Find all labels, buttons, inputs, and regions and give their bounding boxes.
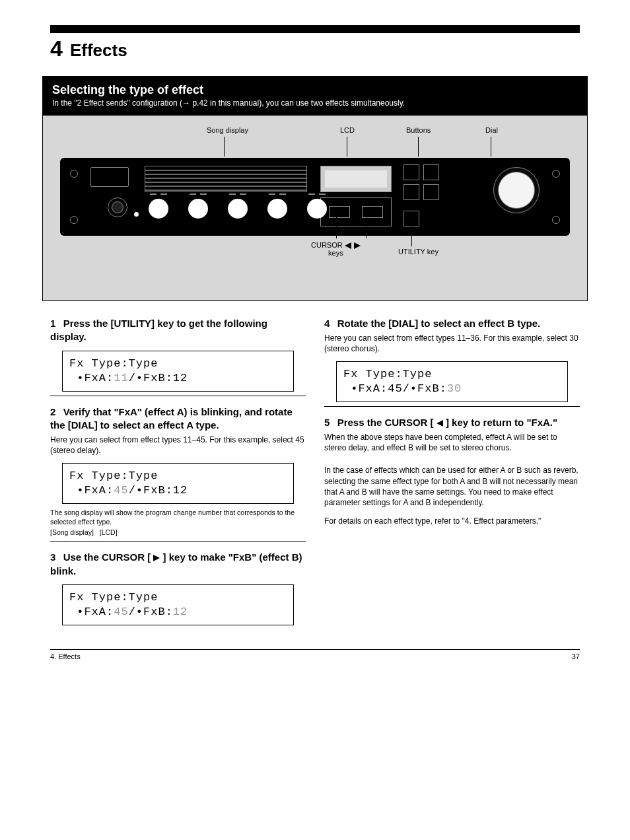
rotary-knob[interactable] (267, 199, 287, 219)
lead-line (224, 137, 225, 157)
footer-section: 4. Effects (50, 652, 81, 660)
song-display (145, 166, 307, 192)
page-footer: 4. Effects 37 (50, 652, 580, 660)
step-1: 1 Press the [UTILITY] key to get the fol… (50, 317, 306, 344)
label-cursor: CURSOR keys (311, 241, 361, 257)
lcd-readout-3: Fx Type:Type •FxA:45/•FxB:12 (62, 584, 294, 625)
section-box: Selecting the type of effect In the "2 E… (42, 76, 588, 301)
step-5-body: When the above steps have been completed… (324, 432, 580, 453)
dial-knob[interactable] (493, 167, 540, 213)
section-subtitle: In the "2 Effect sends" configuration (→… (52, 98, 578, 108)
lead-line (411, 219, 412, 246)
rotary-knob[interactable] (228, 199, 248, 219)
cursor-left-key[interactable] (329, 206, 350, 218)
arrow-right-icon (153, 555, 160, 561)
arrow-left-icon (437, 420, 443, 427)
footer-rule (50, 649, 580, 650)
card-slot (90, 167, 129, 187)
step-2-note: The song display will show the program c… (50, 508, 306, 538)
footer-page-number: 37 (572, 652, 580, 660)
rack-ear-right (549, 167, 563, 227)
arrow-left-icon (345, 242, 351, 249)
knob-row (149, 199, 327, 219)
label-song-display: Song display (207, 126, 248, 134)
lead-line (367, 215, 367, 238)
chapter-number: 4 (50, 36, 62, 61)
rotary-knob[interactable] (307, 199, 327, 219)
chapter-title: Effects (70, 40, 127, 61)
step-4: 4 Rotate the [DIAL] to select an effect … (324, 317, 580, 355)
lead-line (336, 215, 337, 238)
left-column: 1 Press the [UTILITY] key to get the fol… (50, 308, 306, 629)
step-5: 5 Press the CURSOR [ ] key to return to … (324, 416, 580, 454)
step-2-body: Here you can select from effect types 11… (50, 435, 306, 456)
right-column: 4 Rotate the [DIAL] to select an effect … (324, 308, 580, 629)
button-grid (403, 164, 451, 204)
label-dial: Dial (485, 126, 498, 134)
step-3: 3 Use the CURSOR [ ] key to make "FxB" (… (50, 551, 306, 578)
cursor-right-key[interactable] (362, 206, 383, 218)
arrow-right-icon (354, 242, 361, 249)
input-jack (108, 197, 127, 217)
lcd-readout-1: Fx Type:Type •FxA:11/•FxB:12 (62, 351, 294, 392)
panel-button[interactable] (423, 164, 439, 180)
lead-line (347, 137, 347, 157)
panel-button[interactable] (403, 164, 419, 180)
section-title-bar: Selecting the type of effect In the "2 E… (43, 77, 587, 116)
page-header: 4 Effects (50, 36, 580, 61)
lead-line (418, 137, 419, 157)
panel-button[interactable] (403, 184, 419, 200)
step-2: 2 Verify that "FxA" (effect A) is blinki… (50, 405, 306, 456)
step-2-head: Verify that "FxA" (effect A) is blinking… (50, 406, 293, 431)
lead-line (491, 137, 491, 157)
rotary-knob[interactable] (149, 199, 168, 219)
label-lcd: LCD (340, 126, 355, 134)
lcd-readout-4: Fx Type:Type •FxA:45/•FxB:30 (336, 361, 568, 402)
step-1-head: Press the [UTILITY] key to get the follo… (50, 318, 267, 342)
lcd-readout-2: Fx Type:Type •FxA:45/•FxB:12 (62, 463, 294, 504)
led-indicator (134, 212, 139, 217)
lcd-screen (320, 166, 392, 192)
afterword-1: In the case of effects which can be used… (324, 465, 580, 508)
section-title: Selecting the type of effect (52, 83, 578, 97)
step-4-body: Here you can select from effect types 11… (324, 333, 580, 354)
step-4-head: Rotate the [DIAL] to select an effect B … (337, 318, 541, 329)
label-utility: UTILITY key (398, 248, 438, 256)
cursor-key-panel (320, 197, 392, 227)
rack-unit (60, 158, 570, 236)
label-keys: keys (328, 249, 343, 257)
step-5-head: Press the CURSOR [ ] key to return to "F… (337, 417, 557, 428)
rotary-knob[interactable] (188, 199, 208, 219)
step-3-head: Use the CURSOR [ ] key to make "FxB" (ef… (50, 551, 302, 576)
device-diagram: Song display LCD Buttons Dial (43, 116, 587, 300)
rack-ear-left (67, 167, 81, 227)
label-buttons: Buttons (406, 126, 431, 134)
panel-button[interactable] (423, 184, 439, 200)
top-rule (50, 25, 580, 33)
afterword-2: For details on each effect type, refer t… (324, 516, 580, 526)
